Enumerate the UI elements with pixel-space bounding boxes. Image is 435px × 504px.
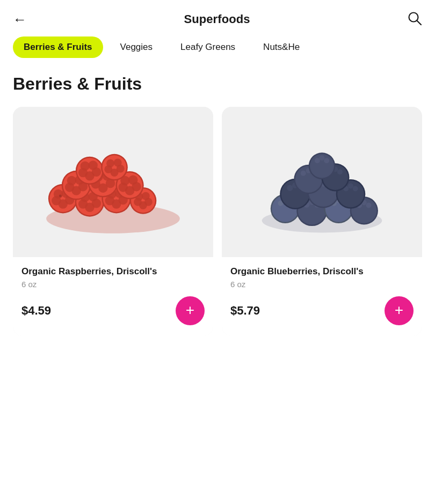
product-weight-blueberries: 6 oz xyxy=(230,280,414,289)
product-footer-blueberries: $5.79 + xyxy=(230,296,414,325)
tab-leafy-greens[interactable]: Leafy Greens xyxy=(170,36,246,58)
svg-point-59 xyxy=(78,168,88,177)
product-price-blueberries: $5.79 xyxy=(230,304,260,318)
tab-veggies[interactable]: Veggies xyxy=(110,36,164,58)
svg-point-10 xyxy=(59,195,62,198)
tab-nuts-he[interactable]: Nuts&He xyxy=(252,36,310,58)
section-title: Berries & Fruits xyxy=(0,69,435,107)
svg-point-17 xyxy=(78,199,88,208)
product-card-raspberries: Organic Raspberries, Driscoll's 6 oz $4.… xyxy=(13,107,213,336)
svg-point-117 xyxy=(324,158,329,163)
svg-point-105 xyxy=(301,171,306,176)
product-card-blueberries: Organic Blueberries, Driscoll's 6 oz $5.… xyxy=(222,107,422,336)
svg-point-66 xyxy=(104,165,112,173)
product-info-raspberries: Organic Raspberries, Driscoll's 6 oz $4.… xyxy=(13,257,213,336)
svg-point-90 xyxy=(287,185,293,191)
product-price-raspberries: $4.59 xyxy=(21,304,51,318)
add-to-cart-blueberries[interactable]: + xyxy=(385,296,414,325)
product-weight-raspberries: 6 oz xyxy=(21,280,205,289)
back-button[interactable]: ← xyxy=(13,11,27,28)
svg-point-52 xyxy=(118,182,127,192)
svg-line-1 xyxy=(417,21,421,25)
svg-point-116 xyxy=(320,155,325,160)
svg-point-102 xyxy=(353,186,358,191)
add-to-cart-raspberries[interactable]: + xyxy=(176,296,205,325)
svg-point-31 xyxy=(134,198,142,206)
page-title: Superfoods xyxy=(184,12,250,26)
svg-point-87 xyxy=(366,203,372,208)
search-icon[interactable] xyxy=(407,11,422,28)
svg-point-38 xyxy=(65,182,74,192)
svg-point-115 xyxy=(315,158,320,163)
product-image-blueberries xyxy=(222,107,422,257)
header: ← Superfoods xyxy=(0,0,435,36)
category-tabs: Berries & Fruits Veggies Leafy Greens Nu… xyxy=(0,36,435,69)
svg-point-24 xyxy=(105,196,114,205)
product-name-raspberries: Organic Raspberries, Driscoll's xyxy=(21,266,205,277)
product-footer-raspberries: $4.59 + xyxy=(21,296,205,325)
tab-berries-fruits[interactable]: Berries & Fruits xyxy=(13,36,103,58)
svg-point-101 xyxy=(348,183,353,188)
plus-icon-blueberries: + xyxy=(395,303,403,318)
product-name-blueberries: Organic Blueberries, Driscoll's xyxy=(230,266,414,277)
product-grid: Organic Raspberries, Driscoll's 6 oz $4.… xyxy=(0,107,435,353)
svg-point-9 xyxy=(52,196,61,205)
plus-icon-raspberries: + xyxy=(186,303,194,318)
svg-point-112 xyxy=(337,169,343,174)
product-image-raspberries xyxy=(13,107,213,257)
product-info-blueberries: Organic Blueberries, Driscoll's 6 oz $5.… xyxy=(222,257,422,336)
